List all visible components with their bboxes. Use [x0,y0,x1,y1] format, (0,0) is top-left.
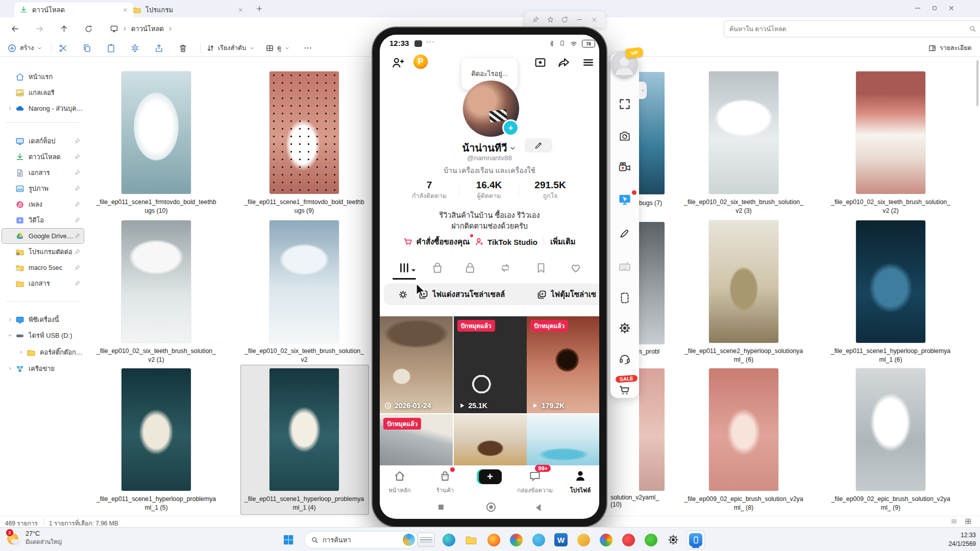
sidebar-item-15[interactable]: พีซีเครื่องนี้ [2,312,84,327]
back-button[interactable] [6,20,23,37]
panel-collapse-button[interactable]: ‹ [639,82,647,99]
sidebar-item-8[interactable]: เพลง [2,197,84,212]
taskbar-icon-notepad[interactable] [418,531,435,548]
sidebar-item-7[interactable]: รูปภาพ [2,181,84,196]
details-pane-button[interactable]: รายละเอียด [928,41,972,55]
share-button[interactable] [150,41,167,55]
file-thumbnail[interactable] [121,71,191,194]
promotions-icon[interactable] [534,56,547,69]
phone-nav-2[interactable]: + [469,469,511,486]
taskbar-icon-photos[interactable] [507,531,525,548]
chevron-down-icon[interactable] [509,144,517,152]
file-item[interactable]: _file_ep009_02_epic_brush_solution_v2yam… [680,368,807,512]
add-friends-icon[interactable] [391,56,404,69]
add-story-badge[interactable]: + [502,119,519,136]
panel-screen-record-button[interactable] [618,160,632,174]
pinned-chip-2[interactable]: ไฟตุ้มโซล่าเซ [530,284,599,305]
sidebar-item-11[interactable]: โปรแกรมตัดต่อ [2,244,84,259]
taskbar-icon-gallery-app[interactable] [575,531,592,548]
sidebar-item-10[interactable]: Google Drive (G:) [2,229,84,243]
mirror-star-button[interactable] [547,16,554,23]
file-thumbnail[interactable] [709,368,778,491]
video-item[interactable]: 2026-01-24 [380,316,453,413]
file-item[interactable]: _file_ep011_scene1_frmtovdo_bold_teethbu… [92,71,220,215]
taskbar-icon-firefox[interactable] [485,531,502,548]
sidebar-item-1[interactable]: แกลเลอรี [2,85,84,100]
start-button[interactable] [280,531,297,548]
profile-tab-repost[interactable] [499,261,512,274]
profile-tab-grid[interactable] [398,261,415,274]
menu-icon[interactable] [582,56,595,69]
sidebar-item-4[interactable]: เดสก์ท็อป [2,134,84,148]
mirror-minimize-button[interactable] [576,16,583,23]
file-thumbnail[interactable] [121,220,191,343]
stat-1[interactable]: 16.4Kผู้ติดตาม [459,180,519,201]
sidebar-item-2[interactable]: Narong - ส่วนบุคคล [2,101,84,116]
profile-action-2[interactable]: เพิ่มเติม [550,236,576,248]
mirror-pin-button[interactable] [532,16,540,23]
panel-settings-gear-button[interactable] [618,321,632,335]
mirror-rotate-button[interactable] [561,16,569,23]
panel-screenshot-camera-button[interactable] [618,129,632,143]
list-view-toggle-icon[interactable] [950,518,958,525]
explorer-tab-1[interactable]: โปรแกรม [128,2,249,17]
panel-shop-cart-button[interactable] [618,383,632,397]
panel-fullscreen-button[interactable] [618,97,632,111]
large-icons-view-toggle-icon[interactable] [965,518,972,525]
file-thumbnail[interactable] [270,368,339,491]
file-thumbnail[interactable] [121,368,191,491]
file-item[interactable]: _file_ep011_scene1_frmtovdo_bold_teethbu… [240,71,368,215]
phone-nav-3[interactable]: 99+กล่องข้อความ [513,469,556,495]
file-thumbnail[interactable] [270,71,339,194]
file-item[interactable]: _file_ep009_02_epic_brush_solution_v2yam… [827,368,954,512]
video-item[interactable]: ปักหมุดแล้ว179.2K [527,316,599,413]
refresh-button[interactable] [80,20,97,37]
taskbar-icon-line-app[interactable] [642,531,659,548]
sidebar-item-16[interactable]: ไดรฟ์ USB (D:) [2,328,84,343]
video-item[interactable]: ปักหมุดแล้ว25.1K [454,316,527,413]
file-item[interactable]: _file_ep011_scene1_hyperloop_problemyaml… [240,368,368,512]
window-minimize-button[interactable] [914,4,922,12]
rename-button[interactable] [126,41,143,55]
new-tab-button[interactable] [255,5,263,13]
file-thumbnail-partial[interactable] [639,222,665,344]
taskbar-icon-settings[interactable] [665,531,682,548]
sidebar-item-13[interactable]: เอกสาร [2,276,84,291]
profile-tab-lock[interactable] [463,261,477,274]
taskbar-icon-mirror-app[interactable] [687,531,704,548]
android-back-button[interactable] [532,501,545,514]
sort-button[interactable]: เรียงลำดับ [206,41,255,55]
taskbar-icon-telegram[interactable] [530,531,547,548]
file-thumbnail[interactable] [709,71,778,194]
edit-profile-button[interactable] [525,138,552,153]
taskbar-icon-edge[interactable] [440,531,457,548]
share-profile-icon[interactable] [557,56,570,69]
tab-close-button[interactable] [237,7,244,13]
sidebar-item-18[interactable]: เครือข่าย [2,361,84,376]
sidebar-item-9[interactable]: วิดีโอ [2,213,84,228]
file-item[interactable]: _file_ep011_scene2_hyperloop_solutionyam… [680,220,807,364]
sidebar-item-12[interactable]: macro 5sec [2,260,84,275]
copy-button[interactable] [78,41,95,55]
profile-tab-bookmark[interactable] [534,261,548,274]
android-home-button[interactable] [483,499,499,515]
panel-device-frame-button[interactable] [618,291,632,305]
file-item[interactable]: _file_ep011_scene1_hyperloop_problemyaml… [92,368,220,512]
stat-2[interactable]: 291.5Kถูกใจ [521,180,580,201]
new-button[interactable]: สร้าง [7,41,42,55]
file-thumbnail-partial[interactable] [639,368,665,491]
window-close-button[interactable] [947,4,955,12]
phone-nav-4[interactable]: โปรไฟล์ [559,469,599,495]
window-maximize-button[interactable] [931,5,938,12]
phone-nav-0[interactable]: หน้าหลัก [380,469,421,495]
more-options-button[interactable] [303,41,312,55]
file-thumbnail[interactable] [856,220,925,343]
sidebar-item-5[interactable]: ดาวน์โหลด [2,149,84,164]
taskbar-search[interactable]: การค้นหา [304,531,418,548]
mirror-close-button[interactable] [591,16,598,23]
cut-button[interactable] [54,41,71,55]
explorer-tab-0[interactable]: ดาวน์โหลด [14,2,134,17]
search-input[interactable]: ค้นหาใน ดาวน์โหลด [724,20,980,37]
panel-draw-pen-button[interactable] [618,226,632,240]
file-item[interactable]: _file_ep010_02_six_teeth_brush_solution_… [92,220,220,364]
